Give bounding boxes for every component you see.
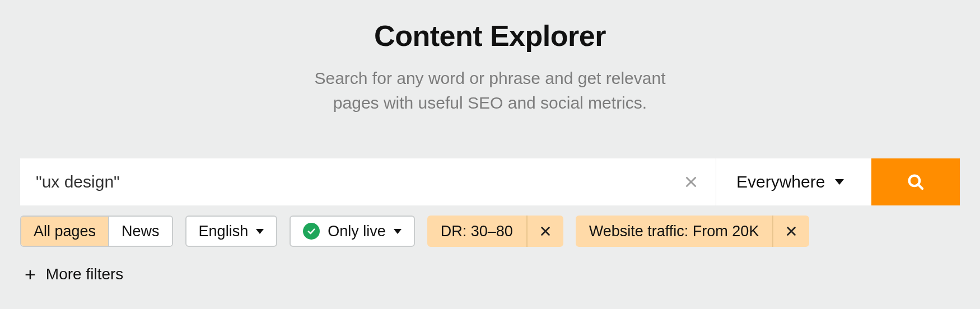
- page-title: Content Explorer: [20, 19, 960, 53]
- plus-icon: +: [25, 265, 36, 284]
- subtitle-line-1: Search for any word or phrase and get re…: [314, 69, 665, 87]
- check-circle-icon: [303, 223, 320, 240]
- filter-chip-traffic-label: Website traffic: From 20K: [589, 223, 759, 240]
- filter-chip-dr-remove[interactable]: [526, 216, 563, 247]
- filter-chip-traffic: Website traffic: From 20K: [576, 216, 810, 247]
- chevron-down-icon: [256, 229, 264, 234]
- filter-chip-dr-label: DR: 30–80: [441, 223, 513, 240]
- close-icon: [684, 175, 698, 189]
- live-filter-label: Only live: [328, 223, 386, 240]
- tab-all-pages[interactable]: All pages: [21, 217, 108, 246]
- chevron-down-icon: [394, 229, 402, 234]
- search-scope-select[interactable]: Everywhere: [716, 158, 871, 205]
- more-filters-button[interactable]: + More filters: [20, 265, 960, 284]
- tab-all-pages-label: All pages: [34, 223, 96, 240]
- content-explorer-panel: Content Explorer Search for any word or …: [0, 0, 980, 284]
- tab-news-label: News: [122, 223, 160, 240]
- filters-row: All pages News English Only live DR: 30–…: [20, 216, 960, 247]
- svg-line-3: [918, 185, 923, 189]
- filter-chip-traffic-remove[interactable]: [772, 216, 809, 247]
- clear-search-button[interactable]: [679, 170, 703, 194]
- filter-chip-dr: DR: 30–80: [427, 216, 563, 247]
- search-scope-label: Everywhere: [736, 172, 825, 191]
- language-label: English: [199, 223, 249, 240]
- search-icon: [906, 172, 925, 191]
- search-input[interactable]: [36, 172, 679, 191]
- language-select[interactable]: English: [185, 216, 278, 247]
- tab-news[interactable]: News: [108, 217, 172, 246]
- search-bar: Everywhere: [20, 158, 960, 205]
- chevron-down-icon: [835, 179, 844, 185]
- search-input-container: [20, 158, 716, 205]
- close-icon: [785, 225, 797, 237]
- page-type-tabs: All pages News: [20, 216, 173, 247]
- page-subtitle: Search for any word or phrase and get re…: [20, 66, 960, 115]
- subtitle-line-2: pages with useful SEO and social metrics…: [333, 93, 647, 112]
- search-button[interactable]: [871, 158, 960, 205]
- close-icon: [539, 225, 552, 237]
- more-filters-label: More filters: [46, 265, 123, 283]
- filter-chip-traffic-button[interactable]: Website traffic: From 20K: [576, 216, 773, 247]
- filter-chip-dr-button[interactable]: DR: 30–80: [427, 216, 526, 247]
- live-filter-select[interactable]: Only live: [290, 216, 415, 247]
